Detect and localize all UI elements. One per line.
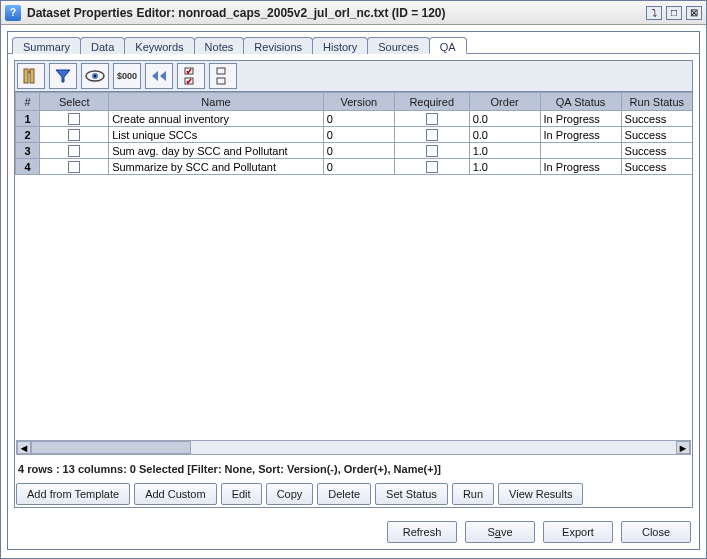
cell-qa-status[interactable]: In Progress [540,159,621,175]
header-version[interactable]: Version [323,93,394,111]
cell-qa-status[interactable]: In Progress [540,127,621,143]
rewind-icon[interactable] [145,63,173,89]
required-checkbox[interactable] [426,145,438,157]
main-panel: Summary Data Keywords Notes Revisions Hi… [7,31,700,550]
tab-data[interactable]: Data [80,37,125,54]
select-checkbox[interactable] [68,113,80,125]
select-all-icon[interactable] [177,63,205,89]
required-checkbox[interactable] [426,113,438,125]
eye-icon[interactable] [81,63,109,89]
svg-rect-8 [217,78,225,84]
svg-rect-7 [217,68,225,74]
run-button[interactable]: Run [452,483,494,505]
cell-version[interactable]: 0 [323,143,394,159]
cell-required[interactable] [394,111,469,127]
required-checkbox[interactable] [426,161,438,173]
scroll-left-arrow[interactable]: ◄ [17,441,31,454]
cell-qa-status[interactable]: In Progress [540,111,621,127]
filter-icon[interactable] [49,63,77,89]
cell-name[interactable]: Create annual inventory [109,111,324,127]
cell-version[interactable]: 0 [323,159,394,175]
scroll-right-arrow[interactable]: ► [676,441,690,454]
tab-keywords[interactable]: Keywords [124,37,194,54]
cell-run-status[interactable]: Success [621,111,692,127]
cell-order[interactable]: 0.0 [469,127,540,143]
table-row[interactable]: 3Sum avg. day by SCC and Pollutant01.0Su… [16,143,693,159]
app-icon: ? [5,5,21,21]
cell-run-status[interactable]: Success [621,127,692,143]
cost-icon[interactable]: $000 [113,63,141,89]
row-number[interactable]: 3 [16,143,40,159]
svg-rect-0 [24,69,28,83]
add-from-template-button[interactable]: Add from Template [16,483,130,505]
cell-required[interactable] [394,159,469,175]
header-num[interactable]: # [16,93,40,111]
close-button[interactable]: Close [621,521,691,543]
header-order[interactable]: Order [469,93,540,111]
cell-order[interactable]: 1.0 [469,159,540,175]
cell-required[interactable] [394,127,469,143]
select-checkbox[interactable] [68,145,80,157]
table-row[interactable]: 2List unique SCCs00.0In ProgressSuccess [16,127,693,143]
table-row[interactable]: 4Summarize by SCC and Pollutant01.0In Pr… [16,159,693,175]
cell-qa-status[interactable] [540,143,621,159]
view-results-button[interactable]: View Results [498,483,583,505]
cell-select[interactable] [40,111,109,127]
row-number[interactable]: 4 [16,159,40,175]
scroll-track[interactable] [31,441,676,454]
tab-revisions[interactable]: Revisions [243,37,313,54]
table-row[interactable]: 1Create annual inventory00.0In ProgressS… [16,111,693,127]
cell-name[interactable]: List unique SCCs [109,127,324,143]
tab-notes[interactable]: Notes [194,37,245,54]
header-name[interactable]: Name [109,93,324,111]
cell-version[interactable]: 0 [323,127,394,143]
cell-version[interactable]: 0 [323,111,394,127]
titlebar: ? Dataset Properties Editor: nonroad_cap… [1,1,706,25]
table-header-row: # Select Name Version Required Order QA … [16,93,693,111]
qa-toolbar: $000 [14,60,693,92]
columns-icon[interactable] [17,63,45,89]
tab-summary[interactable]: Summary [12,37,81,54]
header-required[interactable]: Required [394,93,469,111]
row-number[interactable]: 2 [16,127,40,143]
tab-strip: Summary Data Keywords Notes Revisions Hi… [8,32,699,54]
deselect-all-icon[interactable] [209,63,237,89]
delete-button[interactable]: Delete [317,483,371,505]
cell-order[interactable]: 0.0 [469,111,540,127]
svg-point-4 [94,75,96,77]
tab-qa[interactable]: QA [429,37,467,54]
cell-required[interactable] [394,143,469,159]
minimize-button[interactable]: ⤵ [646,6,662,20]
tab-sources[interactable]: Sources [367,37,429,54]
cell-order[interactable]: 1.0 [469,143,540,159]
cell-name[interactable]: Sum avg. day by SCC and Pollutant [109,143,324,159]
copy-button[interactable]: Copy [266,483,314,505]
select-checkbox[interactable] [68,161,80,173]
cell-name[interactable]: Summarize by SCC and Pollutant [109,159,324,175]
refresh-button[interactable]: Refresh [387,521,457,543]
required-checkbox[interactable] [426,129,438,141]
row-number[interactable]: 1 [16,111,40,127]
save-button[interactable]: Save [465,521,535,543]
add-custom-button[interactable]: Add Custom [134,483,217,505]
window-title: Dataset Properties Editor: nonroad_caps_… [27,6,646,20]
header-select[interactable]: Select [40,93,109,111]
horizontal-scrollbar[interactable]: ◄ ► [16,440,691,455]
set-status-button[interactable]: Set Status [375,483,448,505]
cell-select[interactable] [40,159,109,175]
qa-table-container: # Select Name Version Required Order QA … [14,92,693,508]
qa-button-row: Add from Template Add Custom Edit Copy D… [16,479,691,505]
close-window-button[interactable]: ⊠ [686,6,702,20]
tab-history[interactable]: History [312,37,368,54]
cell-run-status[interactable]: Success [621,159,692,175]
cell-run-status[interactable]: Success [621,143,692,159]
header-run-status[interactable]: Run Status [621,93,692,111]
select-checkbox[interactable] [68,129,80,141]
maximize-button[interactable]: □ [666,6,682,20]
header-qa-status[interactable]: QA Status [540,93,621,111]
export-button[interactable]: Export [543,521,613,543]
edit-button[interactable]: Edit [221,483,262,505]
scroll-thumb[interactable] [31,441,191,454]
cell-select[interactable] [40,127,109,143]
cell-select[interactable] [40,143,109,159]
